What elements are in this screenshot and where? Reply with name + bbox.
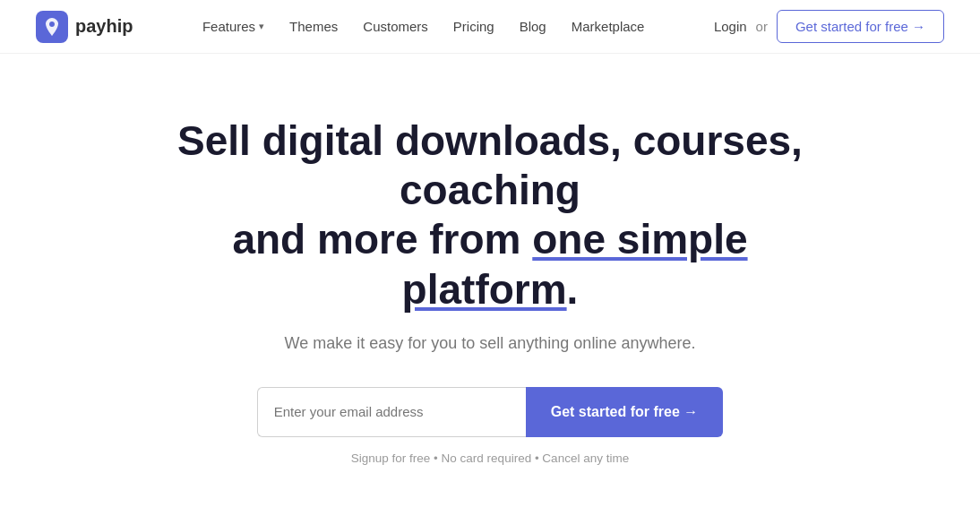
- nav-marketplace[interactable]: Marketplace: [572, 19, 645, 34]
- nav-blog[interactable]: Blog: [520, 19, 546, 34]
- nav-customers[interactable]: Customers: [363, 19, 428, 34]
- nav-themes[interactable]: Themes: [289, 19, 338, 34]
- nav-features[interactable]: Features ▾: [202, 19, 264, 34]
- nav-pricing[interactable]: Pricing: [453, 19, 494, 34]
- logo-text: payhip: [75, 16, 133, 37]
- email-input[interactable]: [257, 387, 526, 437]
- cta-row: Get started for free →: [257, 387, 723, 437]
- site-header: payhip Features ▾ Themes Customers Prici…: [0, 0, 980, 54]
- get-started-outline-button[interactable]: Get started for free →: [777, 10, 944, 43]
- main-nav: Features ▾ Themes Customers Pricing Blog…: [202, 19, 645, 34]
- chevron-down-icon: ▾: [259, 21, 264, 32]
- or-text: or: [756, 19, 768, 34]
- get-started-filled-button[interactable]: Get started for free →: [526, 387, 723, 437]
- login-link[interactable]: Login: [714, 19, 747, 34]
- hero-section: Sell digital downloads, courses, coachin…: [0, 54, 980, 501]
- hero-subtitle: We make it easy for you to sell anything…: [285, 334, 696, 353]
- fine-print: Signup for free • No card required • Can…: [351, 452, 629, 465]
- hero-title: Sell digital downloads, courses, coachin…: [159, 116, 821, 314]
- payhip-logo-icon: [36, 11, 68, 43]
- header-right: Login or Get started for free →: [714, 10, 944, 43]
- logo-link[interactable]: payhip: [36, 11, 133, 43]
